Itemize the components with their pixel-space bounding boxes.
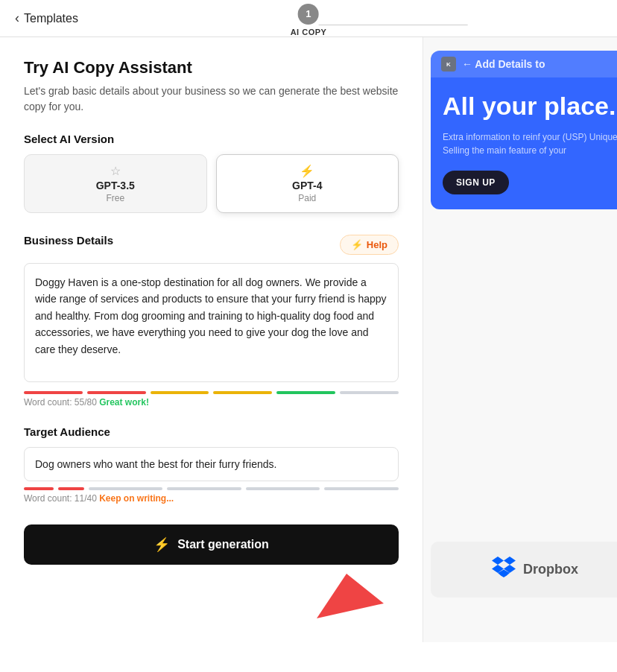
target-bar-seg-1 bbox=[24, 487, 54, 490]
ai-version-label: Select AI Version bbox=[24, 133, 399, 145]
target-word-bar bbox=[24, 487, 399, 490]
target-audience-input[interactable] bbox=[24, 447, 399, 481]
kale-logo: K bbox=[441, 57, 456, 72]
bar-seg-1 bbox=[24, 391, 83, 394]
star-icon: ☆ bbox=[110, 164, 121, 178]
bar-seg-4 bbox=[213, 391, 272, 394]
target-bar-seg-5 bbox=[246, 487, 320, 490]
preview-back-nav: ← Add Details to bbox=[462, 58, 545, 70]
left-panel: Try AI Copy Assistant Let's grab basic d… bbox=[0, 37, 423, 642]
dropbox-icon bbox=[492, 557, 516, 583]
right-panel: K ← Add Details to All your place. Extra… bbox=[423, 37, 617, 642]
bar-seg-5 bbox=[276, 391, 335, 394]
bar-seg-6 bbox=[340, 391, 399, 394]
target-bar-seg-2 bbox=[58, 487, 84, 490]
gpt35-tier: Free bbox=[106, 193, 124, 203]
business-word-count: Word count: 55/80 Great work! bbox=[24, 397, 399, 408]
dropbox-label: Dropbox bbox=[523, 562, 578, 577]
preview-card-header: K ← Add Details to bbox=[431, 51, 617, 77]
business-details-label: Business Details bbox=[24, 234, 113, 247]
panel-title: Try AI Copy Assistant bbox=[24, 58, 399, 77]
ai-version-row: ☆ GPT-3.5 Free ⚡ GPT-4 Paid bbox=[24, 154, 399, 213]
bar-seg-3 bbox=[151, 391, 209, 394]
dropbox-area: Dropbox bbox=[431, 542, 617, 597]
svg-marker-0 bbox=[317, 574, 384, 618]
generate-button[interactable]: ⚡ Start generation bbox=[24, 524, 399, 565]
target-audience-label: Target Audience bbox=[24, 425, 399, 438]
help-label: Help bbox=[367, 239, 387, 250]
bar-seg-2 bbox=[87, 391, 146, 394]
header-center: 1 AI COPY bbox=[291, 4, 327, 44]
help-bolt-icon: ⚡ bbox=[351, 239, 363, 250]
preview-card: K ← Add Details to All your place. Extra… bbox=[431, 51, 617, 209]
step-indicator: 1 bbox=[298, 4, 319, 25]
step-title: AI COPY bbox=[291, 28, 327, 37]
preview-sub: Extra information to reinf your (USP) Un… bbox=[443, 130, 617, 157]
target-bar-seg-4 bbox=[167, 487, 241, 490]
back-label: Templates bbox=[24, 12, 78, 25]
ai-version-gpt35[interactable]: ☆ GPT-3.5 Free bbox=[24, 154, 207, 213]
ai-version-gpt4[interactable]: ⚡ GPT-4 Paid bbox=[216, 154, 399, 213]
generate-label: Start generation bbox=[177, 538, 269, 551]
back-arrow-icon: ‹ bbox=[15, 10, 19, 26]
panel-subtitle: Let's grab basic details about your busi… bbox=[24, 83, 399, 115]
gpt4-name: GPT-4 bbox=[292, 180, 322, 191]
target-word-count: Word count: 11/40 Keep on writing... bbox=[24, 493, 399, 504]
business-word-note: Great work! bbox=[99, 397, 149, 408]
preview-card-body: All your place. Extra information to rei… bbox=[431, 77, 617, 209]
business-details-textarea[interactable]: Doggy Haven is a one-stop destination fo… bbox=[24, 263, 399, 382]
gpt35-name: GPT-3.5 bbox=[96, 180, 135, 191]
main-layout: Try AI Copy Assistant Let's grab basic d… bbox=[0, 37, 617, 642]
target-word-note: Keep on writing... bbox=[99, 493, 174, 504]
step-line bbox=[319, 25, 468, 25]
business-details-header: Business Details ⚡ Help bbox=[24, 234, 399, 256]
preview-headline: All your place. bbox=[443, 92, 617, 120]
business-word-bar bbox=[24, 391, 399, 394]
target-bar-seg-3 bbox=[89, 487, 163, 490]
generate-bolt-icon: ⚡ bbox=[154, 536, 170, 553]
header: ‹ Templates 1 AI COPY bbox=[0, 0, 617, 37]
preview-signup-button[interactable]: SIGN UP bbox=[443, 171, 509, 194]
bolt-icon: ⚡ bbox=[300, 164, 314, 178]
help-button[interactable]: ⚡ Help bbox=[340, 235, 399, 255]
target-bar-seg-6 bbox=[324, 487, 399, 490]
gpt4-tier: Paid bbox=[298, 193, 316, 203]
red-arrow-indicator bbox=[317, 574, 384, 618]
back-button[interactable]: ‹ Templates bbox=[15, 10, 78, 37]
